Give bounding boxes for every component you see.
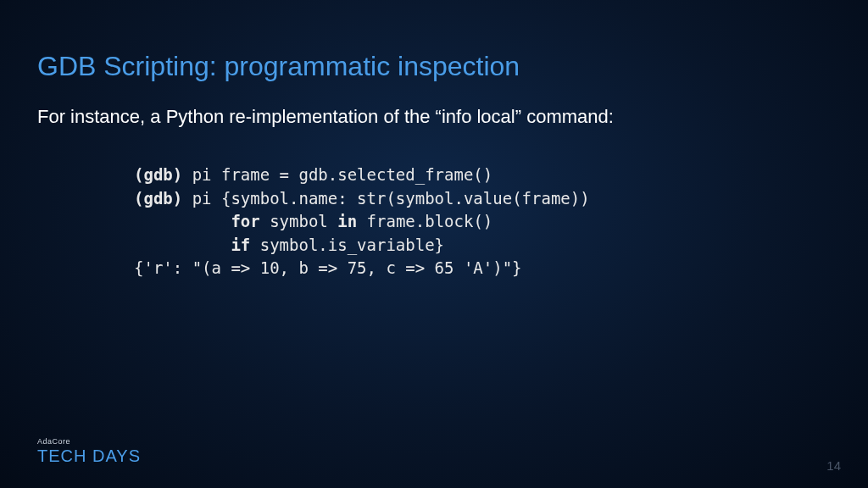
keyword-for: for — [231, 212, 259, 230]
keyword-if: if — [231, 236, 250, 254]
code-output: {'r': "(a => 10, b => 75, c => 65 'A')"} — [134, 258, 522, 277]
code-text: symbol — [260, 212, 338, 230]
code-text: symbol.is_variable} — [250, 236, 444, 254]
code-text: frame.block() — [357, 212, 492, 230]
slide-subtitle: For instance, a Python re-implementation… — [0, 82, 868, 128]
brand-event: TECH DAYS — [37, 446, 141, 466]
code-indent — [134, 212, 231, 230]
code-indent — [134, 236, 231, 254]
brand-company: AdaCore — [37, 437, 141, 446]
footer-brand: AdaCore TECH DAYS — [37, 437, 141, 466]
code-example: (gdb) pi frame = gdb.selected_frame() (g… — [134, 164, 868, 280]
keyword-in: in — [337, 212, 357, 230]
gdb-prompt: (gdb) — [134, 165, 182, 184]
slide-title: GDB Scripting: programmatic inspection — [0, 0, 868, 82]
code-text: pi frame = gdb.selected_frame() — [182, 165, 492, 184]
code-text: pi {symbol.name: str(symbol.value(frame)… — [182, 189, 589, 208]
gdb-prompt: (gdb) — [134, 189, 182, 208]
page-number: 14 — [826, 458, 841, 473]
